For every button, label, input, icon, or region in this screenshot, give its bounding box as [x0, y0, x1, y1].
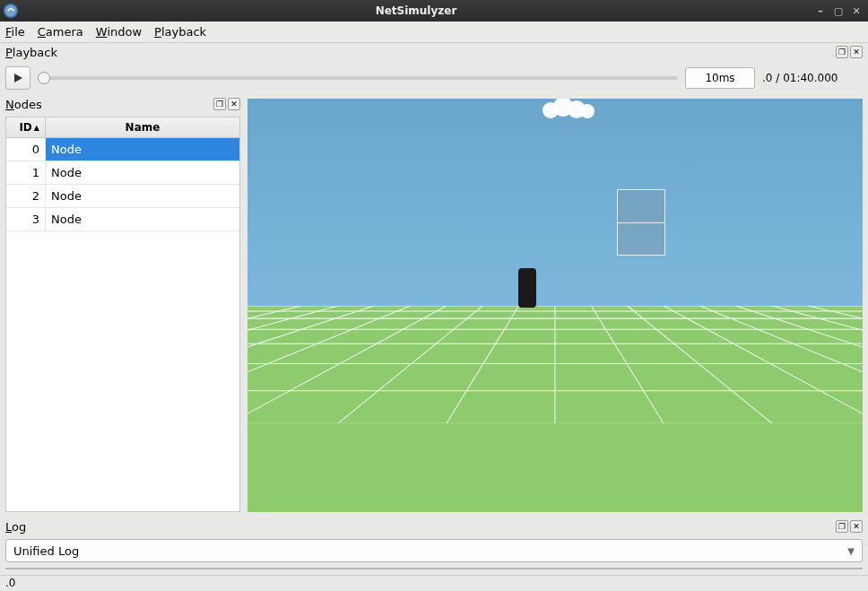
viewport-3d[interactable] [247, 99, 863, 512]
table-row[interactable]: 2Node [6, 185, 239, 208]
svg-line-13 [338, 306, 482, 423]
node-name-cell: Node [46, 208, 239, 230]
status-text: .0 [5, 577, 15, 589]
timeline-slider[interactable] [38, 76, 678, 80]
svg-line-14 [628, 306, 772, 423]
scene-object-building-glass [617, 189, 665, 256]
window-close-button[interactable]: ✕ [850, 4, 863, 17]
playback-panel: Playback ❐ ✕ 10ms .0 / 01:40.000 [0, 43, 868, 95]
node-id-cell: 2 [6, 185, 46, 207]
node-name-cell: Node [46, 161, 239, 184]
log-source-selected: Unified Log [13, 544, 847, 558]
table-row[interactable]: 1Node [6, 161, 239, 185]
menu-window[interactable]: Window [96, 25, 142, 39]
status-bar: .0 [0, 575, 868, 591]
nodes-panel-header: Nodes ❐ ✕ [0, 95, 246, 113]
svg-marker-1 [14, 74, 22, 83]
log-panel-float-button[interactable]: ❐ [836, 520, 848, 533]
log-panel-title: Log [5, 520, 836, 534]
window-minimize-button[interactable]: – [814, 4, 827, 17]
time-readout: .0 / 01:40.000 [762, 72, 863, 84]
app-icon [4, 4, 18, 18]
time-current: .0 [762, 72, 772, 84]
nodes-panel: Nodes ❐ ✕ ID▲ Name 0Node1Node2Node3Node [0, 95, 246, 517]
nodes-panel-title: Nodes [5, 98, 213, 111]
log-source-select[interactable]: Unified Log ▼ [5, 539, 863, 562]
playback-panel-close-button[interactable]: ✕ [850, 46, 863, 58]
chevron-down-icon: ▼ [847, 546, 855, 556]
sky [247, 99, 863, 306]
cloud-decoration [542, 99, 596, 117]
svg-line-23 [247, 306, 302, 423]
scene-object-tower-dark [518, 268, 536, 308]
nodes-table-body: 0Node1Node2Node3Node [6, 138, 239, 511]
time-total: 01:40.000 [783, 72, 838, 84]
nodes-table-header: ID▲ Name [6, 117, 239, 138]
svg-line-16 [664, 306, 863, 423]
table-row[interactable]: 3Node [6, 208, 239, 231]
ground-grid [247, 306, 863, 423]
sort-asc-icon: ▲ [34, 124, 39, 132]
menu-camera[interactable]: Camera [38, 25, 83, 39]
log-panel: Log ❐ ✕ Unified Log ▼ [0, 517, 868, 575]
node-id-cell: 0 [6, 138, 46, 161]
node-id-cell: 3 [6, 208, 46, 230]
playback-panel-title: Playback [5, 46, 836, 59]
play-icon [13, 73, 23, 83]
nodes-panel-close-button[interactable]: ✕ [228, 98, 240, 110]
svg-line-15 [247, 306, 447, 423]
play-button[interactable] [5, 66, 30, 90]
window-title: NetSimulyzer [18, 4, 814, 17]
table-row[interactable]: 0Node [6, 138, 239, 161]
log-text-area[interactable] [5, 568, 863, 569]
svg-line-24 [808, 306, 863, 423]
node-id-cell: 1 [6, 161, 46, 184]
nodes-col-name-header[interactable]: Name [46, 117, 239, 137]
menu-bar: File Camera Window Playback [0, 22, 868, 43]
window-maximize-button[interactable]: ▢ [832, 4, 845, 17]
svg-line-11 [447, 306, 519, 423]
window-titlebar: NetSimulyzer – ▢ ✕ [0, 0, 868, 22]
menu-file[interactable]: File [5, 25, 25, 39]
svg-line-12 [591, 306, 664, 423]
log-panel-close-button[interactable]: ✕ [850, 520, 863, 533]
node-name-cell: Node [46, 185, 239, 207]
node-name-cell: Node [46, 138, 239, 161]
nodes-col-id-header[interactable]: ID▲ [6, 117, 46, 137]
svg-point-0 [5, 5, 17, 17]
log-panel-header: Log ❐ ✕ [0, 517, 868, 535]
timeline-thumb[interactable] [38, 72, 50, 84]
playback-panel-header: Playback ❐ ✕ [0, 43, 868, 61]
step-size-input[interactable]: 10ms [685, 67, 755, 89]
playback-panel-float-button[interactable]: ❐ [836, 46, 848, 58]
nodes-panel-float-button[interactable]: ❐ [213, 98, 226, 110]
menu-playback[interactable]: Playback [154, 25, 206, 39]
